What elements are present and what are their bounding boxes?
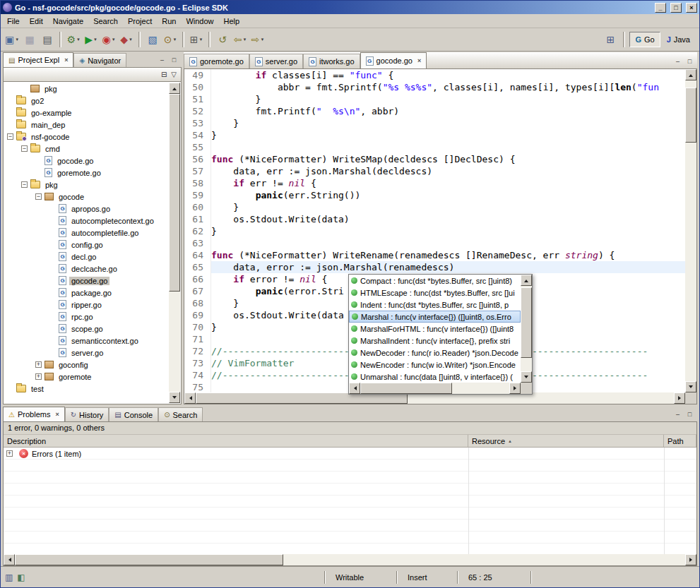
scroll-down-button[interactable]	[169, 392, 180, 403]
window-minimize-button[interactable]: _	[655, 3, 666, 13]
menu-edit[interactable]: Edit	[25, 15, 48, 28]
tree-item-declcache-go[interactable]: Gdeclcache.go	[4, 263, 169, 275]
code-line-54[interactable]: 54}	[184, 129, 685, 141]
code-line-53[interactable]: 53 }	[184, 117, 685, 129]
view-menu-button[interactable]: ▽	[171, 71, 177, 78]
tree-item-goremote-go[interactable]: Ggoremote.go	[4, 167, 169, 179]
expander-plus-icon[interactable]: +	[6, 450, 13, 457]
dropdown-arrow-icon[interactable]: ▼	[15, 37, 19, 42]
scroll-right-button[interactable]	[509, 383, 521, 394]
autocomplete-item-marshalforhtml[interactable]: MarshalForHTML : func(v interface{}) ([]…	[349, 323, 521, 335]
tree-item-autocompletecontext-go[interactable]: Gautocompletecontext.go	[4, 215, 169, 227]
tree-item-pkg[interactable]: pkg	[4, 83, 169, 95]
code-line-51[interactable]: 51 }	[184, 93, 685, 105]
maximize-editor-button[interactable]: □	[684, 56, 695, 66]
code-line-61[interactable]: 61 os.Stdout.Write(data)	[184, 213, 685, 225]
close-icon[interactable]: ×	[55, 411, 59, 418]
expander-minus-icon[interactable]: −	[7, 133, 13, 140]
window-maximize-button[interactable]: □	[670, 3, 682, 13]
autocomplete-item-newencoder[interactable]: NewEncoder : func(w io.Writer) *json.Enc…	[349, 359, 521, 371]
popup-horizontal-scrollbar[interactable]	[349, 383, 521, 394]
go-build-button[interactable]: ▧	[144, 31, 161, 48]
scroll-up-button[interactable]	[685, 69, 696, 80]
menu-search[interactable]: Search	[88, 15, 123, 28]
dropdown-arrow-icon[interactable]: ▼	[112, 37, 116, 42]
print-button[interactable]: ▤	[39, 31, 56, 48]
perspective-go-button[interactable]: GGo	[629, 32, 660, 47]
dropdown-arrow-icon[interactable]: ▼	[129, 37, 133, 42]
editor-tab-server-go[interactable]: Gserver.go	[249, 54, 303, 68]
tree-item-goremote[interactable]: +goremote	[4, 371, 169, 383]
tree-item-gocode[interactable]: −gocode	[4, 191, 169, 203]
expander-minus-icon[interactable]: −	[21, 145, 28, 152]
scroll-track[interactable]	[15, 554, 685, 565]
perspective-java-button[interactable]: JJava	[662, 32, 695, 47]
expander-plus-icon[interactable]: +	[35, 373, 42, 380]
autocomplete-item-htmlescape[interactable]: HTMLEscape : func(dst *bytes.Buffer, src…	[349, 287, 521, 299]
search-button[interactable]: ⊙▼	[162, 31, 179, 48]
tab-search[interactable]: ⊙Search	[158, 407, 203, 421]
code-line-58[interactable]: 58 if err != nil {	[184, 177, 685, 189]
autocomplete-item-indent[interactable]: Indent : func(dst *bytes.Buffer, src []u…	[349, 299, 521, 311]
autocomplete-item-marshalindent[interactable]: MarshalIndent : func(v interface{}, pref…	[349, 335, 521, 347]
autocomplete-item-unmarshal[interactable]: Unmarshal : func(data []uint8, v interfa…	[349, 371, 521, 383]
scroll-thumb[interactable]	[15, 554, 283, 565]
tree-item-decl-go[interactable]: Gdecl.go	[4, 251, 169, 263]
minimize-view-button[interactable]: –	[157, 55, 167, 64]
tree-item-pkg[interactable]: −pkg	[4, 179, 169, 191]
menu-file[interactable]: File	[2, 15, 25, 28]
new-wizard-button[interactable]: ▣▼	[4, 31, 20, 48]
run-button[interactable]: ▶▼	[83, 31, 100, 48]
tree-item-nsf-gocode[interactable]: −nsf-gocode	[4, 131, 169, 143]
expander-minus-icon[interactable]: −	[35, 193, 42, 200]
scroll-thumb[interactable]	[360, 383, 452, 394]
column-header-path[interactable]: Path	[664, 435, 696, 447]
problems-horizontal-scrollbar[interactable]	[4, 554, 696, 565]
code-line-63[interactable]: 63	[184, 237, 685, 249]
autocomplete-item-marshal[interactable]: Marshal : func(v interface{}) ([]uint8, …	[349, 311, 521, 323]
tree-item-server-go[interactable]: Gserver.go	[4, 347, 169, 359]
menu-run[interactable]: Run	[157, 15, 181, 28]
scroll-left-button[interactable]	[184, 392, 196, 404]
popup-vertical-scrollbar[interactable]	[521, 275, 532, 383]
scroll-thumb[interactable]	[169, 94, 180, 292]
run-external-button[interactable]: ◉▼	[100, 31, 117, 48]
tree-item-gocode-go[interactable]: Ggocode.go	[4, 155, 169, 167]
scroll-up-button[interactable]	[169, 83, 180, 94]
new-java-element-button[interactable]: ⊞▼	[188, 31, 205, 48]
menu-project[interactable]: Project	[123, 15, 157, 28]
tree-item-goconfig[interactable]: +goconfig	[4, 359, 169, 371]
tree-item-go2[interactable]: go2	[4, 95, 169, 107]
open-perspective-button[interactable]: ⊞	[602, 31, 619, 48]
tree-item-go-example[interactable]: go-example	[4, 107, 169, 119]
tree-item-semanticcontext-go[interactable]: Gsemanticcontext.go	[4, 335, 169, 347]
editor-tab-itworks-go[interactable]: Gitworks.go	[303, 54, 360, 68]
menu-window[interactable]: Window	[181, 15, 218, 28]
code-line-64[interactable]: 64func (*NiceFormatter) WriteRename(rena…	[184, 249, 685, 261]
code-line-62[interactable]: 62}	[184, 225, 685, 237]
tab-project-explorer[interactable]: ▤ Project Expl ×	[3, 52, 73, 67]
minimize-editor-button[interactable]: –	[672, 56, 683, 66]
dropdown-arrow-icon[interactable]: ▼	[93, 37, 97, 42]
column-header-description[interactable]: Description	[4, 435, 468, 447]
autocomplete-item-newdecoder[interactable]: NewDecoder : func(r io.Reader) *json.Dec…	[349, 347, 521, 359]
code-line-56[interactable]: 56func (*NiceFormatter) WriteSMap(declde…	[184, 153, 685, 165]
scroll-left-button[interactable]	[349, 383, 360, 394]
window-close-button[interactable]: ×	[686, 3, 697, 13]
forward-button[interactable]: ⇨▼	[249, 31, 266, 48]
menu-help[interactable]: Help	[219, 15, 245, 28]
tree-item-scope-go[interactable]: Gscope.go	[4, 323, 169, 335]
tab-navigator[interactable]: ◈ Navigator	[73, 53, 126, 67]
title-bar[interactable]: Go - nsf-gocode/src/pkg/gocode/gocode.go…	[1, 1, 699, 14]
dropdown-arrow-icon[interactable]: ▼	[173, 37, 177, 42]
dropdown-arrow-icon[interactable]: ▼	[199, 37, 203, 42]
scroll-thumb[interactable]	[521, 287, 532, 358]
scroll-left-button[interactable]	[4, 554, 15, 565]
expander-minus-icon[interactable]: −	[21, 181, 28, 188]
scroll-track[interactable]	[360, 383, 509, 394]
menu-navigate[interactable]: Navigate	[48, 15, 88, 28]
scroll-track[interactable]	[685, 80, 696, 381]
editor-tab-goremote-go[interactable]: Ggoremote.go	[184, 54, 249, 68]
code-line-50[interactable]: 50 abbr = fmt.Sprintf("%s %s%s", classes…	[184, 81, 685, 93]
code-line-65[interactable]: 65 data, error := json.Marshal(renamedes…	[184, 261, 685, 273]
